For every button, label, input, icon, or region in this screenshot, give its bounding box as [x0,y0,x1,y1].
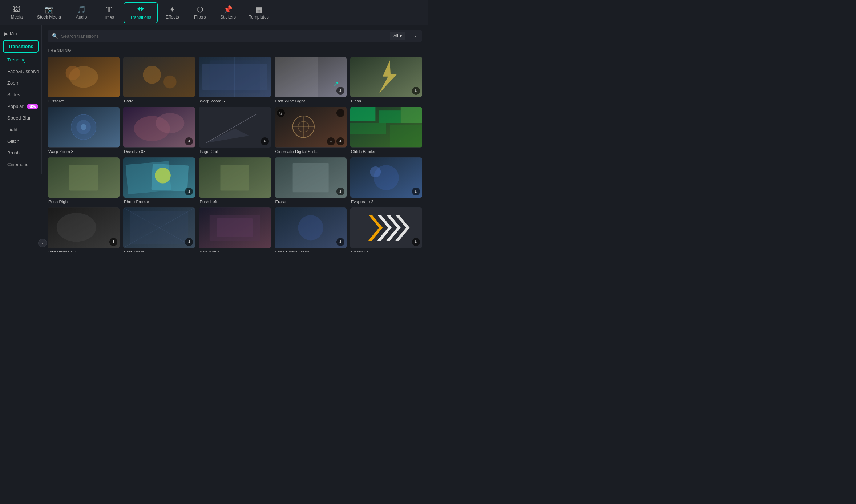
sidebar-item-fade-dissolve[interactable]: Fade&Dissolve [1,66,40,77]
card-dissolve-03[interactable]: ⬇ Dissolve 03 [123,107,195,153]
svg-point-18 [81,124,86,130]
sidebar-brush-label: Brush [7,150,20,156]
chevron-down-icon: ▾ [400,33,402,39]
card-cinematic-digital-label: Cinematic Digital Slid... [275,149,347,154]
linear-14-download-icon[interactable]: ⬇ [412,238,420,246]
nav-audio-label: Audio [76,15,87,20]
sidebar-slides-label: Slides [7,92,20,97]
svg-rect-25 [275,107,347,148]
page-curl-download-icon[interactable]: ⬇ [261,137,269,145]
sidebar-transitions-button[interactable]: Transitions [3,40,39,53]
sidebar-popular-label: Popular [7,104,24,109]
nav-effects[interactable]: ✦ Effects [159,2,185,23]
card-flash-thumb: ⬇ [350,57,422,97]
card-box-turn-1-label: Box Turn 1 [199,250,271,252]
card-push-left-thumb [199,157,271,198]
card-dissolve-03-thumb: ⬇ [123,107,195,147]
nav-audio[interactable]: 🎵 Audio [68,2,94,23]
card-linear-14-thumb: ⬇ [350,207,422,248]
fade-single-track-download-icon[interactable]: ⬇ [336,238,344,246]
card-dissolve-thumb [48,57,120,97]
sidebar-item-cinematic[interactable]: Cinematic [1,159,40,170]
card-warp-zoom-3-thumb [48,107,120,147]
card-photo-freeze[interactable]: ⬇ Photo Freeze [123,157,195,204]
nav-effects-label: Effects [166,15,179,20]
card-warp-zoom-3[interactable]: Warp Zoom 3 [48,107,120,153]
sidebar-wrapper: ▶ Mine Transitions Trending Fade&Dissolv… [0,25,42,252]
card-blur-dissolve-1-label: Blur Dissolve 1 [48,250,120,252]
search-input[interactable] [61,33,387,39]
card-warp-zoom-6[interactable]: Warp Zoom 6 [199,57,271,103]
card-dissolve[interactable]: Dissolve [48,57,120,103]
card-fade-single-track[interactable]: ⬇ Fade Single Track [275,207,347,252]
card-dissolve-03-label: Dissolve 03 [123,149,195,154]
nav-stock-media-label: Stock Media [37,15,61,20]
sidebar-item-light[interactable]: Light [1,124,40,135]
card-photo-freeze-thumb: ⬇ [123,157,195,198]
more-options-button[interactable]: ⋯ [408,32,418,40]
nav-filters[interactable]: ⬡ Filters [187,2,213,23]
transitions-icon [136,5,145,13]
sidebar-collapse-button[interactable]: ‹ [38,239,47,247]
search-bar: 🔍 All ▾ ⋯ [48,30,422,42]
card-page-curl[interactable]: ⬇ Page Curl [199,107,271,153]
card-fast-zoom-label: Fast Zoom [123,250,195,252]
svg-rect-13 [350,57,422,97]
nav-templates[interactable]: ▦ Templates [243,2,275,23]
card-linear-14[interactable]: ⬇ Linear 14 [350,207,422,252]
svg-rect-48 [292,163,328,192]
card-evaporate-2[interactable]: ⬇ Evaporate 2 [350,157,422,204]
nav-transitions[interactable]: Transitions [124,2,158,23]
sidebar-item-zoom[interactable]: Zoom [1,77,40,89]
nav-filters-label: Filters [194,15,206,20]
card-box-turn-1[interactable]: Box Turn 1 [199,207,271,252]
svg-rect-45 [221,165,249,190]
stock-media-icon: 📷 [45,6,54,13]
sidebar-item-popular[interactable]: Popular NEW [1,101,40,112]
svg-rect-63 [350,208,422,248]
sidebar-mine[interactable]: ▶ Mine [0,29,41,39]
svg-rect-12 [275,57,318,97]
nav-stickers[interactable]: 📌 Stickers [214,2,242,23]
sidebar-item-glitch[interactable]: Glitch [1,136,40,147]
card-cinematic-digital-thumb: ◎ ⋮ ☆ ⬇ [275,107,347,147]
sidebar-item-trending[interactable]: Trending [1,54,40,65]
cinematic-focus-icon[interactable]: ◎ [277,109,285,117]
card-cinematic-digital[interactable]: ◎ ⋮ ☆ ⬇ Cinematic Digital Slid... [275,107,347,153]
card-push-right-thumb [48,157,120,198]
card-push-right[interactable]: Push Right [48,157,120,204]
svg-rect-35 [401,107,422,124]
nav-media[interactable]: 🖼 Media [4,2,30,23]
sidebar-speed-blur-label: Speed Blur [7,115,31,121]
sidebar-item-slides[interactable]: Slides [1,89,40,100]
audio-icon: 🎵 [77,6,86,13]
card-fast-wipe-right[interactable]: ⬇ ↗ Fast Wipe Right [275,57,347,103]
card-flash[interactable]: ⬇ Flash [350,57,422,103]
nav-media-label: Media [11,15,23,20]
card-fade[interactable]: Fade [123,57,195,103]
filter-button[interactable]: All ▾ [390,32,405,40]
cinematic-star-icon[interactable]: ☆ [327,137,335,145]
nav-stock-media[interactable]: 📷 Stock Media [31,2,67,23]
svg-rect-34 [390,125,422,147]
sidebar-item-brush[interactable]: Brush [1,147,40,158]
stickers-icon: 📌 [223,6,233,13]
card-page-curl-label: Page Curl [199,149,271,154]
sidebar-item-speed-blur[interactable]: Speed Blur [1,112,40,124]
card-fast-zoom[interactable]: ⬇ Fast Zoom [123,207,195,252]
card-push-left[interactable]: Push Left [199,157,271,204]
cinematic-download-icon[interactable]: ⬇ [336,137,344,145]
card-page-curl-thumb: ⬇ [199,107,271,147]
card-fade-label: Fade [123,99,195,103]
nav-titles[interactable]: T Titles [96,2,122,23]
search-icon: 🔍 [52,33,58,39]
svg-point-5 [163,76,177,89]
card-fast-zoom-thumb: ⬇ [123,207,195,248]
card-erase[interactable]: ⬇ Erase [275,157,347,204]
card-linear-14-label: Linear 14 [350,250,422,252]
blur-dissolve-1-download-icon[interactable]: ⬇ [109,238,117,246]
card-blur-dissolve-1[interactable]: ⬇ Blur Dissolve 1 [48,207,120,252]
card-glitch-blocks[interactable]: Glitch Blocks [350,107,422,153]
mine-label: Mine [10,31,19,36]
card-dissolve-label: Dissolve [48,99,120,103]
